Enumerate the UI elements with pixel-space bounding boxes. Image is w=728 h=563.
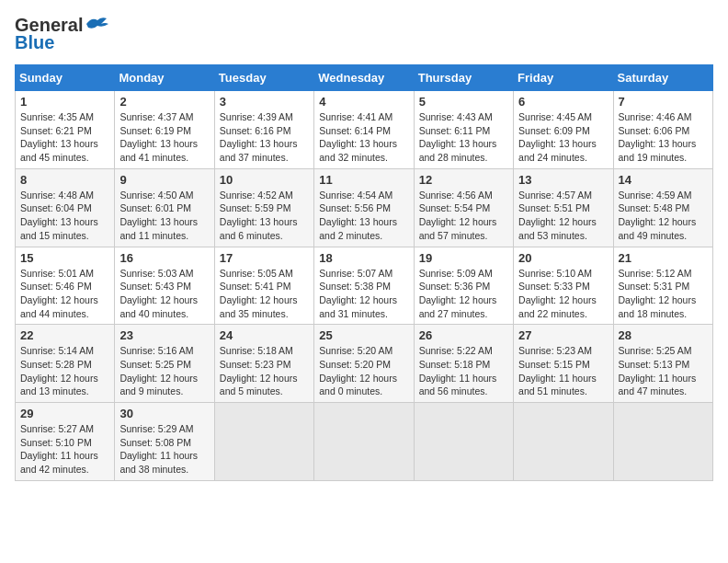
calendar-cell: 10Sunrise: 4:52 AMSunset: 5:59 PMDayligh… — [214, 168, 313, 247]
calendar-cell: 30Sunrise: 5:29 AMSunset: 5:08 PMDayligh… — [115, 403, 214, 481]
calendar-cell: 18Sunrise: 5:07 AMSunset: 5:38 PMDayligh… — [314, 247, 414, 325]
calendar-week-5: 29Sunrise: 5:27 AMSunset: 5:10 PMDayligh… — [16, 403, 713, 481]
day-number: 23 — [119, 328, 209, 342]
calendar-cell: 5Sunrise: 4:43 AMSunset: 6:11 PMDaylight… — [414, 91, 513, 169]
day-info: Sunrise: 5:18 AMSunset: 5:23 PMDaylight:… — [220, 344, 309, 398]
day-number: 30 — [119, 407, 209, 420]
day-number: 28 — [619, 328, 708, 342]
calendar-cell: 14Sunrise: 4:59 AMSunset: 5:48 PMDayligh… — [613, 168, 712, 247]
day-number: 20 — [518, 251, 608, 265]
day-number: 4 — [319, 95, 408, 109]
day-number: 11 — [319, 173, 408, 187]
calendar-cell — [414, 403, 513, 481]
day-number: 29 — [20, 407, 109, 420]
day-number: 10 — [220, 173, 309, 187]
calendar-cell: 9Sunrise: 4:50 AMSunset: 6:01 PMDaylight… — [115, 168, 214, 247]
calendar-cell: 21Sunrise: 5:12 AMSunset: 5:31 PMDayligh… — [613, 247, 712, 325]
calendar-cell: 2Sunrise: 4:37 AMSunset: 6:19 PMDaylight… — [115, 91, 214, 169]
day-info: Sunrise: 4:35 AMSunset: 6:21 PMDaylight:… — [20, 110, 109, 165]
day-number: 18 — [319, 251, 408, 265]
day-number: 15 — [20, 251, 109, 265]
day-info: Sunrise: 4:57 AMSunset: 5:51 PMDaylight:… — [518, 189, 608, 243]
day-info: Sunrise: 4:45 AMSunset: 6:09 PMDaylight:… — [518, 110, 608, 165]
calendar-cell: 4Sunrise: 4:41 AMSunset: 6:14 PMDaylight… — [314, 91, 414, 169]
calendar-week-3: 15Sunrise: 5:01 AMSunset: 5:46 PMDayligh… — [16, 247, 713, 325]
calendar-cell: 16Sunrise: 5:03 AMSunset: 5:43 PMDayligh… — [115, 247, 214, 325]
day-number: 3 — [220, 95, 309, 109]
day-info: Sunrise: 4:52 AMSunset: 5:59 PMDaylight:… — [220, 189, 309, 243]
calendar-cell — [314, 403, 414, 481]
day-header-monday: Monday — [115, 65, 214, 91]
day-number: 6 — [518, 95, 608, 109]
day-info: Sunrise: 4:43 AMSunset: 6:11 PMDaylight:… — [419, 110, 508, 165]
day-info: Sunrise: 5:03 AMSunset: 5:43 PMDaylight:… — [119, 267, 209, 321]
day-number: 13 — [518, 173, 608, 187]
day-info: Sunrise: 5:27 AMSunset: 5:10 PMDaylight:… — [20, 422, 109, 477]
day-info: Sunrise: 5:10 AMSunset: 5:33 PMDaylight:… — [518, 267, 608, 321]
calendar-cell: 12Sunrise: 4:56 AMSunset: 5:54 PMDayligh… — [414, 168, 513, 247]
day-header-saturday: Saturday — [613, 65, 712, 91]
calendar-cell: 15Sunrise: 5:01 AMSunset: 5:46 PMDayligh… — [16, 247, 115, 325]
day-info: Sunrise: 4:50 AMSunset: 6:01 PMDaylight:… — [119, 189, 209, 243]
day-info: Sunrise: 4:46 AMSunset: 6:06 PMDaylight:… — [619, 110, 708, 165]
day-header-thursday: Thursday — [414, 65, 513, 91]
day-number: 9 — [119, 173, 209, 187]
day-info: Sunrise: 5:07 AMSunset: 5:38 PMDaylight:… — [319, 267, 408, 321]
day-info: Sunrise: 4:37 AMSunset: 6:19 PMDaylight:… — [119, 110, 209, 165]
day-number: 7 — [619, 95, 708, 109]
logo: General Blue — [15, 15, 110, 53]
calendar-cell: 3Sunrise: 4:39 AMSunset: 6:16 PMDaylight… — [214, 91, 313, 169]
day-info: Sunrise: 5:22 AMSunset: 5:18 PMDaylight:… — [419, 344, 508, 398]
day-info: Sunrise: 5:29 AMSunset: 5:08 PMDaylight:… — [119, 422, 209, 477]
calendar-cell: 26Sunrise: 5:22 AMSunset: 5:18 PMDayligh… — [414, 325, 513, 403]
day-info: Sunrise: 5:05 AMSunset: 5:41 PMDaylight:… — [220, 267, 309, 321]
calendar-cell: 20Sunrise: 5:10 AMSunset: 5:33 PMDayligh… — [514, 247, 613, 325]
calendar-cell: 11Sunrise: 4:54 AMSunset: 5:56 PMDayligh… — [314, 168, 414, 247]
day-info: Sunrise: 5:12 AMSunset: 5:31 PMDaylight:… — [619, 267, 708, 321]
day-info: Sunrise: 4:39 AMSunset: 6:16 PMDaylight:… — [220, 110, 309, 165]
day-info: Sunrise: 4:54 AMSunset: 5:56 PMDaylight:… — [319, 189, 408, 243]
calendar-cell: 1Sunrise: 4:35 AMSunset: 6:21 PMDaylight… — [16, 91, 115, 169]
day-number: 17 — [220, 251, 309, 265]
day-number: 1 — [20, 95, 109, 109]
calendar-cell: 13Sunrise: 4:57 AMSunset: 5:51 PMDayligh… — [514, 168, 613, 247]
day-info: Sunrise: 5:25 AMSunset: 5:13 PMDaylight:… — [619, 344, 708, 398]
day-number: 14 — [619, 173, 708, 187]
day-number: 24 — [220, 328, 309, 342]
day-number: 19 — [419, 251, 508, 265]
day-info: Sunrise: 4:56 AMSunset: 5:54 PMDaylight:… — [419, 189, 508, 243]
day-info: Sunrise: 4:41 AMSunset: 6:14 PMDaylight:… — [319, 110, 408, 165]
day-info: Sunrise: 5:09 AMSunset: 5:36 PMDaylight:… — [419, 267, 508, 321]
day-info: Sunrise: 5:23 AMSunset: 5:15 PMDaylight:… — [518, 344, 608, 398]
calendar-cell: 22Sunrise: 5:14 AMSunset: 5:28 PMDayligh… — [16, 325, 115, 403]
day-number: 8 — [20, 173, 109, 187]
calendar-cell: 17Sunrise: 5:05 AMSunset: 5:41 PMDayligh… — [214, 247, 313, 325]
calendar-cell — [214, 403, 313, 481]
day-header-sunday: Sunday — [16, 65, 115, 91]
calendar-cell: 7Sunrise: 4:46 AMSunset: 6:06 PMDaylight… — [613, 91, 712, 169]
calendar-cell: 19Sunrise: 5:09 AMSunset: 5:36 PMDayligh… — [414, 247, 513, 325]
day-number: 16 — [119, 251, 209, 265]
calendar-week-4: 22Sunrise: 5:14 AMSunset: 5:28 PMDayligh… — [16, 325, 713, 403]
day-number: 26 — [419, 328, 508, 342]
day-number: 12 — [419, 173, 508, 187]
day-number: 27 — [518, 328, 608, 342]
day-info: Sunrise: 5:20 AMSunset: 5:20 PMDaylight:… — [319, 344, 408, 398]
calendar-header-row: SundayMondayTuesdayWednesdayThursdayFrid… — [16, 65, 713, 91]
calendar-cell: 8Sunrise: 4:48 AMSunset: 6:04 PMDaylight… — [16, 168, 115, 247]
day-header-wednesday: Wednesday — [314, 65, 414, 91]
logo: General Blue — [15, 15, 110, 53]
day-number: 2 — [119, 95, 209, 109]
calendar-cell — [613, 403, 712, 481]
calendar-table: SundayMondayTuesdayWednesdayThursdayFrid… — [15, 64, 713, 481]
calendar-cell: 24Sunrise: 5:18 AMSunset: 5:23 PMDayligh… — [214, 325, 313, 403]
day-number: 21 — [619, 251, 708, 265]
day-number: 5 — [419, 95, 508, 109]
calendar-week-1: 1Sunrise: 4:35 AMSunset: 6:21 PMDaylight… — [16, 91, 713, 169]
page-header: General Blue — [15, 15, 713, 53]
calendar-cell: 23Sunrise: 5:16 AMSunset: 5:25 PMDayligh… — [115, 325, 214, 403]
calendar-cell: 27Sunrise: 5:23 AMSunset: 5:15 PMDayligh… — [514, 325, 613, 403]
calendar-week-2: 8Sunrise: 4:48 AMSunset: 6:04 PMDaylight… — [16, 168, 713, 247]
day-info: Sunrise: 4:59 AMSunset: 5:48 PMDaylight:… — [619, 189, 708, 243]
calendar-cell: 29Sunrise: 5:27 AMSunset: 5:10 PMDayligh… — [16, 403, 115, 481]
